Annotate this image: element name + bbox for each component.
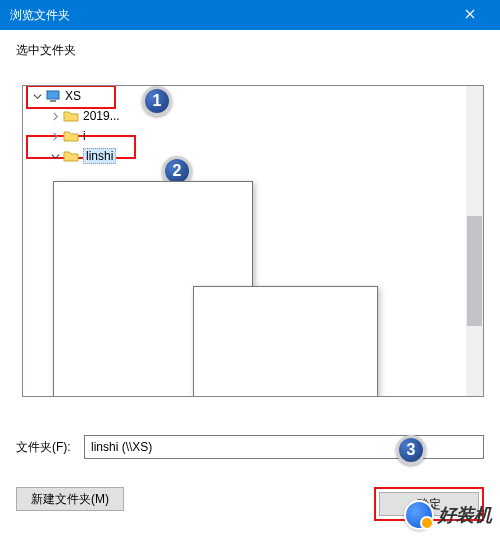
watermark-text: 好装机 xyxy=(438,503,492,527)
tree-node[interactable]: i xyxy=(27,126,465,146)
window-title: 浏览文件夹 xyxy=(10,7,447,24)
folder-path-row: 文件夹(F): 3 xyxy=(16,435,484,459)
new-folder-button[interactable]: 新建文件夹(M) xyxy=(16,487,124,511)
folder-icon xyxy=(63,148,79,164)
chevron-down-icon[interactable] xyxy=(49,150,61,162)
tree-node-root[interactable]: XS xyxy=(27,86,465,106)
tree-node-label: i xyxy=(83,129,86,143)
chevron-right-icon[interactable] xyxy=(49,130,61,142)
folder-icon xyxy=(63,108,79,124)
scrollbar-thumb[interactable] xyxy=(467,216,482,326)
close-icon xyxy=(465,8,475,22)
chevron-down-icon[interactable] xyxy=(31,90,43,102)
annotation-badge-3: 3 xyxy=(396,435,426,465)
tree-node-label: 2019... xyxy=(83,109,120,123)
svg-rect-1 xyxy=(50,100,56,102)
watermark: 好装机 xyxy=(404,500,492,530)
overlay-rect xyxy=(193,286,378,397)
titlebar: 浏览文件夹 xyxy=(0,0,500,30)
prompt-text: 选中文件夹 xyxy=(16,42,484,59)
scrollbar-vertical[interactable] xyxy=(466,86,483,396)
folder-tree-panel: 1 2 XS 2019... xyxy=(22,85,484,397)
folder-icon xyxy=(63,128,79,144)
close-button[interactable] xyxy=(447,0,492,30)
computer-icon xyxy=(45,88,61,104)
watermark-logo-icon xyxy=(404,500,434,530)
folder-tree: 1 2 XS 2019... xyxy=(27,86,465,166)
chevron-right-icon[interactable] xyxy=(49,110,61,122)
tree-node-label: XS xyxy=(65,89,81,103)
folder-field-label: 文件夹(F): xyxy=(16,439,76,456)
svg-rect-0 xyxy=(47,91,59,99)
tree-node-selected[interactable]: linshi xyxy=(27,146,465,166)
tree-node[interactable]: 2019... xyxy=(27,106,465,126)
tree-node-label: linshi xyxy=(83,148,116,164)
